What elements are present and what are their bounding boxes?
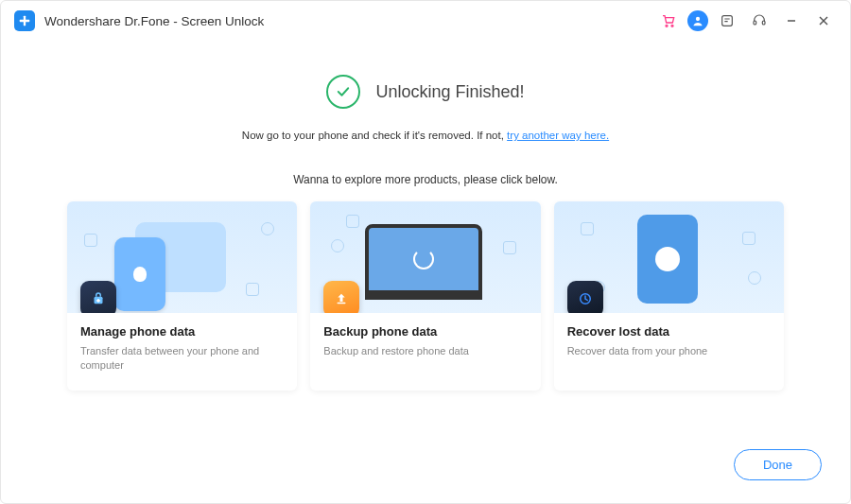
card-illustration <box>67 201 297 313</box>
recover-data-icon <box>567 281 603 313</box>
account-icon[interactable] <box>687 10 708 31</box>
hero-section: Unlocking Finished! Now go to your phone… <box>1 75 850 141</box>
cart-icon[interactable] <box>655 8 682 34</box>
hero-title: Unlocking Finished! <box>375 82 524 102</box>
titlebar: Wondershare Dr.Fone - Screen Unlock <box>1 1 850 41</box>
card-manage-phone-data[interactable]: Manage phone data Transfer data between … <box>67 201 297 391</box>
card-title: Backup phone data <box>323 324 527 339</box>
close-icon[interactable] <box>810 8 837 34</box>
card-desc: Backup and restore phone data <box>323 344 527 358</box>
svg-point-3 <box>671 25 673 26</box>
svg-rect-6 <box>754 21 756 25</box>
manage-data-icon <box>80 281 116 313</box>
minimize-icon[interactable] <box>778 8 805 34</box>
card-title: Manage phone data <box>80 324 284 339</box>
app-title: Wondershare Dr.Fone - Screen Unlock <box>44 14 264 28</box>
svg-rect-5 <box>722 16 733 26</box>
svg-rect-14 <box>338 303 346 304</box>
card-backup-phone-data[interactable]: Backup phone data Backup and restore pho… <box>310 201 540 391</box>
card-illustration <box>554 201 784 313</box>
success-check-icon <box>326 75 360 109</box>
svg-point-4 <box>696 17 700 21</box>
svg-rect-1 <box>20 20 30 22</box>
support-icon[interactable] <box>746 8 773 34</box>
explore-text: Wanna to explore more products, please c… <box>1 173 850 186</box>
svg-rect-13 <box>96 300 101 302</box>
hero-subtext: Now go to your phone and check if it's r… <box>1 130 850 141</box>
card-desc: Recover data from your phone <box>567 344 771 358</box>
card-illustration <box>310 201 540 313</box>
backup-data-icon <box>323 281 359 313</box>
card-desc: Transfer data between your phone and com… <box>80 344 284 374</box>
done-button[interactable]: Done <box>734 449 822 480</box>
svg-rect-7 <box>762 21 765 25</box>
feedback-icon[interactable] <box>714 8 740 34</box>
card-recover-lost-data[interactable]: Recover lost data Recover data from your… <box>554 201 784 391</box>
svg-point-2 <box>666 25 668 26</box>
try-another-way-link[interactable]: try another way here. <box>507 130 609 141</box>
app-logo-icon <box>14 10 35 31</box>
hero-sub-prefix: Now go to your phone and check if it's r… <box>242 130 507 141</box>
card-title: Recover lost data <box>567 324 771 339</box>
product-cards: Manage phone data Transfer data between … <box>1 201 850 391</box>
